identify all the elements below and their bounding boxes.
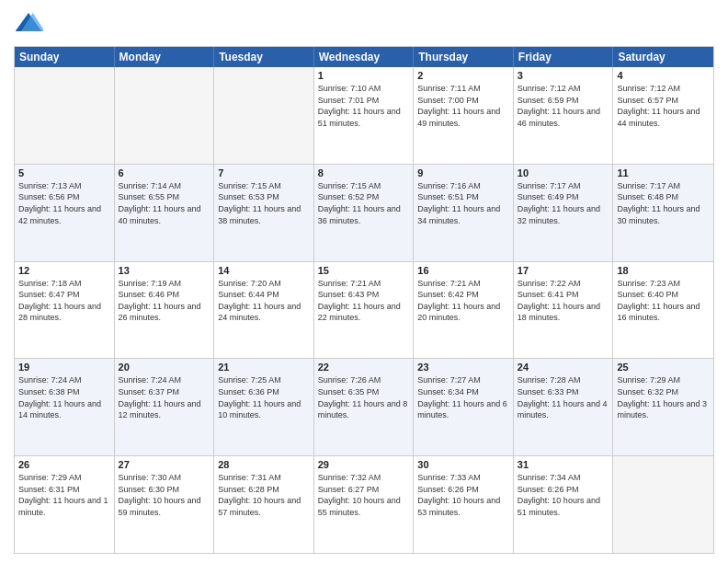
day-header-wednesday: Wednesday	[314, 47, 415, 67]
cell-info: Sunrise: 7:15 AM Sunset: 6:53 PM Dayligh…	[218, 180, 310, 226]
day-cell-8: 8Sunrise: 7:15 AM Sunset: 6:52 PM Daylig…	[314, 165, 415, 261]
cell-info: Sunrise: 7:17 AM Sunset: 6:49 PM Dayligh…	[518, 180, 609, 226]
empty-cell	[15, 67, 115, 164]
day-cell-30: 30Sunrise: 7:33 AM Sunset: 6:26 PM Dayli…	[414, 456, 514, 553]
day-number: 10	[518, 167, 609, 178]
day-number: 7	[218, 167, 310, 178]
day-cell-9: 9Sunrise: 7:16 AM Sunset: 6:51 PM Daylig…	[414, 165, 514, 261]
calendar-row-1: 1Sunrise: 7:10 AM Sunset: 7:01 PM Daylig…	[15, 67, 713, 164]
day-number: 27	[119, 459, 210, 470]
day-cell-21: 21Sunrise: 7:25 AM Sunset: 6:36 PM Dayli…	[214, 359, 314, 455]
header	[14, 9, 714, 39]
calendar-header: SundayMondayTuesdayWednesdayThursdayFrid…	[15, 47, 713, 67]
cell-info: Sunrise: 7:13 AM Sunset: 6:56 PM Dayligh…	[18, 180, 110, 226]
cell-info: Sunrise: 7:32 AM Sunset: 6:27 PM Dayligh…	[318, 472, 410, 518]
day-cell-20: 20Sunrise: 7:24 AM Sunset: 6:37 PM Dayli…	[115, 359, 215, 455]
day-number: 1	[318, 70, 410, 81]
calendar-row-2: 5Sunrise: 7:13 AM Sunset: 6:56 PM Daylig…	[15, 164, 713, 261]
day-number: 25	[617, 362, 710, 373]
day-cell-25: 25Sunrise: 7:29 AM Sunset: 6:32 PM Dayli…	[613, 359, 713, 455]
day-cell-4: 4Sunrise: 7:12 AM Sunset: 6:57 PM Daylig…	[613, 67, 713, 164]
day-cell-11: 11Sunrise: 7:17 AM Sunset: 6:48 PM Dayli…	[613, 165, 713, 261]
day-cell-22: 22Sunrise: 7:26 AM Sunset: 6:35 PM Dayli…	[314, 359, 415, 455]
empty-cell	[613, 456, 713, 553]
day-number: 14	[218, 265, 310, 276]
day-number: 19	[18, 362, 110, 373]
day-number: 20	[119, 362, 210, 373]
cell-info: Sunrise: 7:15 AM Sunset: 6:52 PM Dayligh…	[318, 180, 410, 226]
day-number: 26	[18, 459, 110, 470]
day-cell-24: 24Sunrise: 7:28 AM Sunset: 6:33 PM Dayli…	[514, 359, 614, 455]
day-number: 4	[617, 70, 710, 81]
day-number: 21	[218, 362, 310, 373]
cell-info: Sunrise: 7:10 AM Sunset: 7:01 PM Dayligh…	[318, 83, 410, 129]
day-number: 29	[318, 459, 410, 470]
cell-info: Sunrise: 7:31 AM Sunset: 6:28 PM Dayligh…	[218, 472, 310, 518]
page: SundayMondayTuesdayWednesdayThursdayFrid…	[0, 0, 728, 563]
day-cell-18: 18Sunrise: 7:23 AM Sunset: 6:40 PM Dayli…	[613, 262, 713, 359]
cell-info: Sunrise: 7:11 AM Sunset: 7:00 PM Dayligh…	[417, 83, 509, 129]
cell-info: Sunrise: 7:20 AM Sunset: 6:44 PM Dayligh…	[218, 278, 310, 324]
day-cell-27: 27Sunrise: 7:30 AM Sunset: 6:30 PM Dayli…	[115, 456, 215, 553]
day-cell-10: 10Sunrise: 7:17 AM Sunset: 6:49 PM Dayli…	[514, 165, 614, 261]
day-number: 9	[417, 167, 509, 178]
day-header-thursday: Thursday	[414, 47, 514, 67]
day-cell-6: 6Sunrise: 7:14 AM Sunset: 6:55 PM Daylig…	[115, 165, 215, 261]
cell-info: Sunrise: 7:34 AM Sunset: 6:26 PM Dayligh…	[518, 472, 609, 518]
day-number: 16	[417, 265, 509, 276]
day-number: 18	[617, 265, 710, 276]
day-number: 30	[417, 459, 509, 470]
day-number: 5	[18, 167, 110, 178]
day-cell-29: 29Sunrise: 7:32 AM Sunset: 6:27 PM Dayli…	[314, 456, 415, 553]
calendar-row-4: 19Sunrise: 7:24 AM Sunset: 6:38 PM Dayli…	[15, 358, 713, 455]
day-cell-5: 5Sunrise: 7:13 AM Sunset: 6:56 PM Daylig…	[15, 165, 115, 261]
day-number: 24	[518, 362, 609, 373]
day-cell-14: 14Sunrise: 7:20 AM Sunset: 6:44 PM Dayli…	[214, 262, 314, 359]
day-cell-12: 12Sunrise: 7:18 AM Sunset: 6:47 PM Dayli…	[15, 262, 115, 359]
logo	[14, 9, 47, 39]
cell-info: Sunrise: 7:29 AM Sunset: 6:32 PM Dayligh…	[617, 374, 710, 420]
cell-info: Sunrise: 7:17 AM Sunset: 6:48 PM Dayligh…	[617, 180, 710, 226]
cell-info: Sunrise: 7:28 AM Sunset: 6:33 PM Dayligh…	[518, 374, 609, 420]
day-cell-2: 2Sunrise: 7:11 AM Sunset: 7:00 PM Daylig…	[414, 67, 514, 164]
empty-cell	[214, 67, 314, 164]
calendar-row-3: 12Sunrise: 7:18 AM Sunset: 6:47 PM Dayli…	[15, 261, 713, 359]
cell-info: Sunrise: 7:14 AM Sunset: 6:55 PM Dayligh…	[119, 180, 210, 226]
day-cell-13: 13Sunrise: 7:19 AM Sunset: 6:46 PM Dayli…	[115, 262, 215, 359]
day-number: 12	[18, 265, 110, 276]
day-number: 6	[119, 167, 210, 178]
cell-info: Sunrise: 7:23 AM Sunset: 6:40 PM Dayligh…	[617, 278, 710, 324]
day-cell-15: 15Sunrise: 7:21 AM Sunset: 6:43 PM Dayli…	[314, 262, 415, 359]
cell-info: Sunrise: 7:21 AM Sunset: 6:42 PM Dayligh…	[417, 278, 509, 324]
day-number: 8	[318, 167, 410, 178]
day-cell-1: 1Sunrise: 7:10 AM Sunset: 7:01 PM Daylig…	[314, 67, 415, 164]
day-number: 11	[617, 167, 710, 178]
day-cell-28: 28Sunrise: 7:31 AM Sunset: 6:28 PM Dayli…	[214, 456, 314, 553]
cell-info: Sunrise: 7:26 AM Sunset: 6:35 PM Dayligh…	[318, 374, 410, 420]
day-number: 2	[417, 70, 509, 81]
cell-info: Sunrise: 7:30 AM Sunset: 6:30 PM Dayligh…	[119, 472, 210, 518]
day-number: 15	[318, 265, 410, 276]
day-number: 17	[518, 265, 609, 276]
day-number: 13	[119, 265, 210, 276]
day-cell-3: 3Sunrise: 7:12 AM Sunset: 6:59 PM Daylig…	[514, 67, 614, 164]
day-cell-16: 16Sunrise: 7:21 AM Sunset: 6:42 PM Dayli…	[414, 262, 514, 359]
cell-info: Sunrise: 7:12 AM Sunset: 6:59 PM Dayligh…	[518, 83, 609, 129]
empty-cell	[115, 67, 215, 164]
day-cell-23: 23Sunrise: 7:27 AM Sunset: 6:34 PM Dayli…	[414, 359, 514, 455]
cell-info: Sunrise: 7:29 AM Sunset: 6:31 PM Dayligh…	[18, 472, 110, 518]
cell-info: Sunrise: 7:27 AM Sunset: 6:34 PM Dayligh…	[417, 374, 509, 420]
cell-info: Sunrise: 7:18 AM Sunset: 6:47 PM Dayligh…	[18, 278, 110, 324]
day-number: 31	[518, 459, 609, 470]
day-cell-19: 19Sunrise: 7:24 AM Sunset: 6:38 PM Dayli…	[15, 359, 115, 455]
day-header-friday: Friday	[514, 47, 614, 67]
cell-info: Sunrise: 7:24 AM Sunset: 6:38 PM Dayligh…	[18, 374, 110, 420]
cell-info: Sunrise: 7:16 AM Sunset: 6:51 PM Dayligh…	[417, 180, 509, 226]
day-header-tuesday: Tuesday	[214, 47, 314, 67]
cell-info: Sunrise: 7:21 AM Sunset: 6:43 PM Dayligh…	[318, 278, 410, 324]
logo-icon	[14, 9, 43, 39]
calendar-body: 1Sunrise: 7:10 AM Sunset: 7:01 PM Daylig…	[15, 67, 713, 553]
day-header-saturday: Saturday	[613, 47, 713, 67]
day-number: 22	[318, 362, 410, 373]
cell-info: Sunrise: 7:25 AM Sunset: 6:36 PM Dayligh…	[218, 374, 310, 420]
